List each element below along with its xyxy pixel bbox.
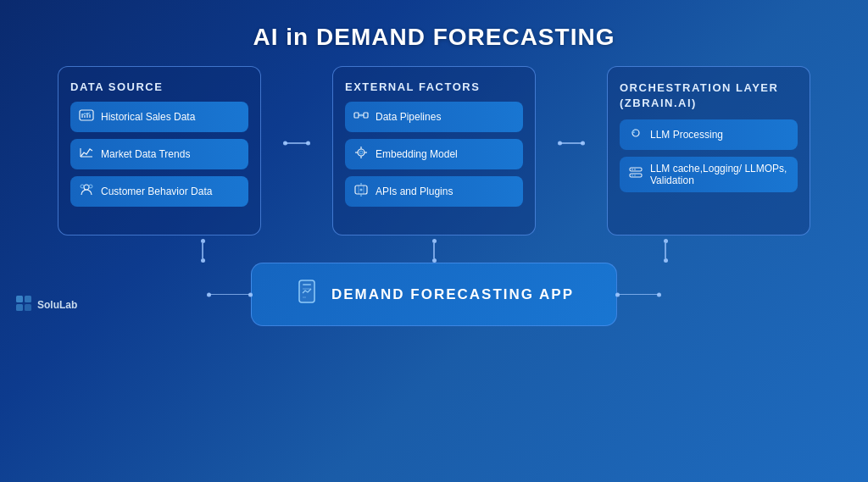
svg-rect-11 bbox=[364, 113, 368, 118]
page-title: AI in DEMAND FORECASTING bbox=[0, 0, 868, 66]
arrow-ds-ef bbox=[285, 142, 309, 144]
svg-point-23 bbox=[360, 189, 363, 191]
market-data-label: Market Data Trends bbox=[101, 148, 190, 160]
svg-rect-37 bbox=[16, 296, 23, 302]
svg-point-8 bbox=[89, 185, 92, 188]
llm-processing-label: LLM Processing bbox=[650, 129, 723, 141]
svg-point-32 bbox=[634, 175, 636, 177]
data-pipelines-icon bbox=[353, 108, 369, 126]
external-factors-title: EXTERNAL FACTORS bbox=[345, 80, 523, 93]
historical-sales-label: Historical Sales Data bbox=[101, 111, 195, 123]
demand-forecasting-box: DEMAND FORECASTING APP bbox=[251, 263, 617, 326]
market-data-icon bbox=[79, 145, 94, 163]
customer-behavior-btn[interactable]: Customer Behavior Data bbox=[70, 176, 248, 207]
llm-processing-btn[interactable]: LLM Processing bbox=[620, 119, 798, 150]
svg-point-31 bbox=[632, 175, 633, 177]
embedding-model-label: Embedding Model bbox=[376, 148, 458, 160]
orchestration-title: ORCHESTRATION LAYER (ZBRAIN.AI) bbox=[620, 80, 798, 111]
svg-rect-27 bbox=[630, 168, 642, 171]
svg-point-9 bbox=[81, 185, 84, 188]
embedding-model-btn[interactable]: Embedding Model bbox=[345, 139, 523, 169]
llm-cache-btn[interactable]: LLM cache,Logging/ LLMOPs, Validation bbox=[620, 157, 798, 192]
svg-point-19 bbox=[359, 151, 363, 154]
data-source-title: DATA SOURCE bbox=[70, 80, 248, 93]
svg-rect-39 bbox=[16, 304, 23, 311]
market-data-btn[interactable]: Market Data Trends bbox=[70, 139, 248, 169]
svg-point-7 bbox=[84, 185, 89, 190]
svg-rect-40 bbox=[25, 304, 31, 311]
svg-rect-38 bbox=[25, 296, 31, 302]
customer-behavior-icon bbox=[79, 182, 94, 201]
historical-sales-icon bbox=[79, 108, 94, 126]
svg-rect-10 bbox=[354, 113, 359, 118]
logo-area: SoluLab bbox=[15, 295, 77, 314]
svg-point-13 bbox=[360, 114, 363, 117]
svg-rect-34 bbox=[303, 284, 311, 285]
customer-behavior-label: Customer Behavior Data bbox=[101, 186, 212, 197]
apis-plugins-btn[interactable]: APIs and Plugins bbox=[345, 176, 523, 207]
apis-plugins-label: APIs and Plugins bbox=[376, 186, 453, 197]
orchestration-box: ORCHESTRATION LAYER (ZBRAIN.AI) LLM Proc… bbox=[607, 66, 810, 235]
embedding-model-icon bbox=[353, 145, 369, 163]
llm-cache-icon bbox=[628, 165, 643, 184]
llm-processing-icon bbox=[628, 125, 643, 144]
data-pipelines-btn[interactable]: Data Pipelines bbox=[345, 102, 523, 132]
data-source-box: DATA SOURCE Historical Sales Data bbox=[58, 66, 261, 235]
svg-rect-28 bbox=[630, 174, 642, 177]
llm-cache-label: LLM cache,Logging/ LLMOPs, Validation bbox=[650, 163, 789, 186]
demand-app-icon bbox=[294, 279, 320, 310]
logo-icon bbox=[15, 295, 32, 314]
apis-plugins-icon bbox=[353, 182, 369, 201]
data-pipelines-label: Data Pipelines bbox=[376, 111, 441, 123]
external-factors-box: EXTERNAL FACTORS Data Pipelines bbox=[332, 66, 536, 235]
arrow-ef-ol bbox=[559, 142, 583, 144]
historical-sales-btn[interactable]: Historical Sales Data bbox=[70, 102, 248, 132]
demand-app-label: DEMAND FORECASTING APP bbox=[331, 286, 574, 303]
logo-text: SoluLab bbox=[37, 299, 77, 311]
